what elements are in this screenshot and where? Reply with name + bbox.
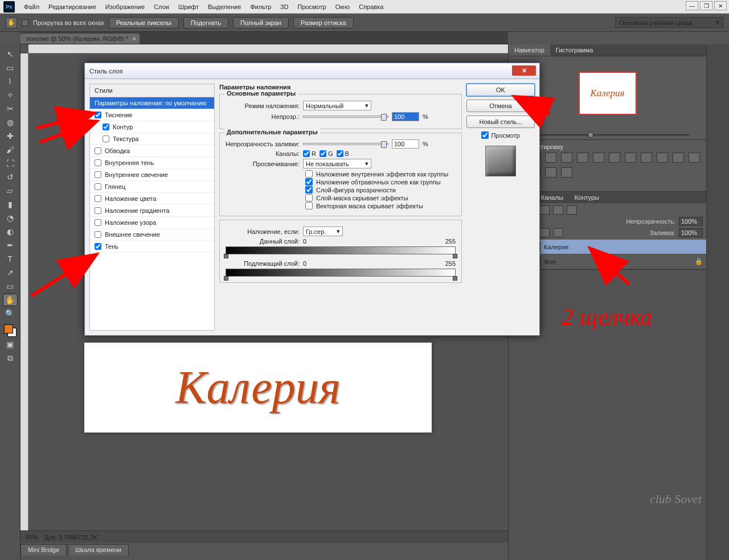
style-row[interactable]: Наложение узора: [90, 217, 214, 229]
window-maximize-button[interactable]: ❐: [700, 1, 712, 10]
menu-layers[interactable]: Слои: [149, 0, 174, 14]
brush-tool[interactable]: 🖌: [3, 143, 18, 156]
pen-tool[interactable]: ✒: [3, 239, 18, 252]
adj-icon[interactable]: [673, 153, 684, 163]
menu-image[interactable]: Изображение: [101, 0, 149, 14]
blend-mode-dropdown[interactable]: Нормальный▾: [303, 101, 371, 110]
adj-icon[interactable]: [625, 153, 636, 163]
option-checkbox[interactable]: [305, 170, 313, 178]
adj-icon[interactable]: [561, 153, 572, 163]
style-checkbox[interactable]: [103, 123, 109, 130]
adj-icon[interactable]: [657, 153, 668, 163]
canvas[interactable]: Калерия: [84, 343, 432, 433]
marquee-tool[interactable]: ▭: [3, 61, 18, 74]
type-tool[interactable]: T: [3, 253, 18, 265]
gradient-tool[interactable]: ▮: [3, 198, 18, 211]
screenmode-tool[interactable]: ⧉: [3, 352, 18, 364]
preview-checkbox[interactable]: [481, 131, 489, 139]
option-checkbox[interactable]: [305, 194, 313, 201]
style-checkbox[interactable]: [95, 231, 101, 238]
shape-tool[interactable]: ▭: [3, 280, 18, 293]
paths-tab[interactable]: Контуры: [569, 192, 605, 203]
move-tool[interactable]: ↖: [3, 48, 18, 60]
quickmask-tool[interactable]: ▣: [3, 338, 18, 351]
opacity-value[interactable]: 100%: [679, 217, 703, 226]
adj-icon[interactable]: [545, 153, 556, 163]
channel-g-checkbox[interactable]: [320, 150, 326, 157]
style-checkbox[interactable]: [95, 243, 101, 250]
close-tab-icon[interactable]: ×: [132, 35, 136, 42]
style-checkbox[interactable]: [95, 219, 101, 226]
style-row[interactable]: Текстура: [90, 133, 214, 145]
option-checkbox[interactable]: [305, 178, 313, 186]
adj-icon[interactable]: [593, 153, 604, 163]
style-checkbox[interactable]: [95, 112, 101, 118]
adj-icon[interactable]: [641, 153, 652, 163]
window-minimize-button[interactable]: —: [686, 1, 698, 10]
style-checkbox[interactable]: [95, 159, 101, 166]
crop-tool[interactable]: ✂: [3, 102, 18, 115]
opacity-slider[interactable]: [303, 116, 388, 118]
eraser-tool[interactable]: ▱: [3, 184, 18, 197]
filter-icon[interactable]: [567, 205, 577, 215]
style-checkbox[interactable]: [95, 147, 101, 154]
fill-opacity-input[interactable]: 100: [392, 139, 419, 149]
hand-tool[interactable]: ✋: [3, 294, 18, 306]
style-checkbox[interactable]: [95, 171, 101, 178]
path-tool[interactable]: ↗: [3, 266, 18, 279]
lasso-tool[interactable]: ⌇: [3, 75, 18, 88]
menu-help[interactable]: Справка: [354, 0, 388, 14]
filter-icon[interactable]: [539, 205, 550, 215]
style-checkbox[interactable]: [95, 183, 101, 190]
fill-opacity-slider[interactable]: [303, 143, 388, 145]
print-size-button[interactable]: Размер оттиска: [293, 17, 354, 28]
lock-icon[interactable]: [539, 228, 550, 237]
knockout-dropdown[interactable]: Не показывать▾: [303, 159, 371, 168]
style-row[interactable]: Параметры наложения: по умолчанию: [90, 97, 214, 109]
menu-window[interactable]: Окно: [331, 0, 355, 14]
dodge-tool[interactable]: ◐: [3, 225, 18, 238]
style-row[interactable]: Внешнее свечение: [90, 229, 214, 241]
document-tab[interactable]: логотип @ 50% (Калерия, RGB/8) *×: [21, 34, 140, 44]
timeline-tab[interactable]: Шкала времени: [68, 544, 129, 555]
history-brush-tool[interactable]: ↺: [3, 171, 18, 183]
style-row[interactable]: Контур: [90, 121, 214, 133]
zoom-tool[interactable]: 🔍: [3, 307, 18, 320]
new-style-button[interactable]: Новый стиль...: [466, 116, 535, 128]
menu-select[interactable]: Выделение: [203, 0, 245, 14]
menu-edit[interactable]: Редактирование: [44, 0, 101, 14]
dialog-close-button[interactable]: ✕: [512, 65, 536, 76]
style-row[interactable]: Наложение цвета: [90, 193, 214, 205]
style-row[interactable]: Тиснение: [90, 109, 214, 121]
adj-icon[interactable]: [545, 167, 556, 178]
menu-3d[interactable]: 3D: [276, 0, 293, 14]
style-row[interactable]: Внутренняя тень: [90, 157, 214, 169]
fit-screen-button[interactable]: Подогнать: [183, 17, 228, 28]
dialog-titlebar[interactable]: Стиль слоя ✕: [85, 63, 539, 79]
menu-filter[interactable]: Фильтр: [245, 0, 276, 14]
workspace-dropdown[interactable]: Основная рабочая среда▾: [615, 17, 723, 28]
option-checkbox[interactable]: [305, 186, 313, 193]
menu-file[interactable]: Файл: [19, 0, 44, 14]
channels-tab[interactable]: Каналы: [535, 192, 569, 203]
option-checkbox[interactable]: [305, 202, 313, 209]
eyedropper-tool[interactable]: ◍: [3, 116, 18, 129]
menu-type[interactable]: Шрифт: [174, 0, 203, 14]
navigator-tab[interactable]: Навигатор: [509, 44, 550, 56]
channel-r-checkbox[interactable]: [303, 150, 310, 157]
style-row[interactable]: Тень: [90, 241, 214, 253]
window-close-button[interactable]: ✕: [714, 1, 727, 10]
fill-value[interactable]: 100%: [679, 228, 703, 237]
style-row[interactable]: Глянец: [90, 181, 214, 193]
this-layer-slider[interactable]: [226, 246, 456, 254]
navigator-zoom-slider[interactable]: [526, 134, 689, 135]
stamp-tool[interactable]: ⛶: [3, 157, 18, 170]
filter-icon[interactable]: [553, 205, 563, 215]
style-checkbox[interactable]: [95, 195, 101, 202]
under-layer-slider[interactable]: [226, 269, 456, 277]
wand-tool[interactable]: ✧: [3, 89, 18, 101]
adj-icon[interactable]: [577, 153, 588, 163]
channel-b-checkbox[interactable]: [337, 150, 343, 157]
style-row[interactable]: Обводка: [90, 145, 214, 157]
adj-icon[interactable]: [689, 153, 700, 163]
